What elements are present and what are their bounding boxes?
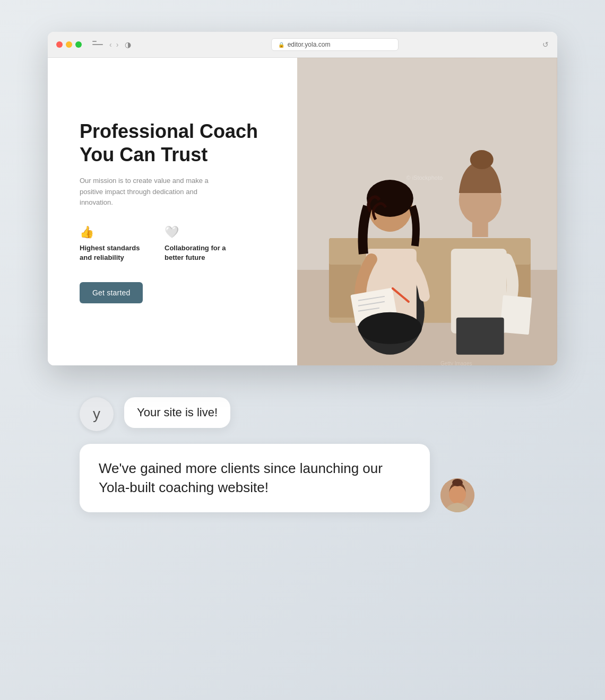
brightness-icon: ◑	[125, 40, 131, 49]
browser-window: ‹ › ◑ 🔒 editor.yola.com ↺ Professional C…	[48, 32, 557, 365]
chat-row-1: y Your site is live!	[80, 397, 525, 431]
svg-rect-19	[472, 221, 488, 237]
cta-button[interactable]: Get started	[80, 282, 143, 303]
hero-subtitle: Our mission is to create value and make …	[80, 176, 228, 208]
lock-icon: 🔒	[278, 42, 284, 48]
svg-rect-21	[456, 318, 504, 355]
left-panel: Professional Coach You Can Trust Our mis…	[48, 58, 297, 365]
chat-bubble-1: Your site is live!	[124, 397, 230, 428]
browser-chrome: ‹ › ◑ 🔒 editor.yola.com ↺	[48, 32, 557, 58]
minimize-button[interactable]	[66, 41, 72, 48]
feature-item-1: 👍 Highest standards and reliability	[80, 225, 149, 262]
refresh-button[interactable]: ↺	[542, 40, 549, 49]
address-bar[interactable]: 🔒 editor.yola.com	[271, 38, 399, 51]
coaching-illustration: © iStockphoto Getty Images	[297, 58, 557, 365]
sidebar-toggle-icon[interactable]	[92, 41, 103, 48]
svg-text:© iStockphoto: © iStockphoto	[407, 174, 443, 181]
close-button[interactable]	[56, 41, 63, 48]
chat-bubble-2: We've gained more clients since launchin…	[80, 444, 430, 512]
traffic-lights	[56, 41, 82, 48]
nav-buttons: ‹ ›	[109, 40, 118, 49]
feature-2-label: Collaborating for a better future	[165, 243, 234, 262]
chat-row-2: We've gained more clients since launchin…	[80, 444, 525, 512]
yola-avatar: y	[80, 397, 114, 431]
svg-point-26	[452, 479, 463, 486]
maximize-button[interactable]	[75, 41, 82, 48]
back-button[interactable]: ‹	[109, 40, 112, 49]
user-avatar	[440, 478, 474, 512]
chat-bubble-1-text: Your site is live!	[137, 406, 218, 419]
chat-bubble-2-text: We've gained more clients since launchin…	[99, 460, 383, 495]
url-text: editor.yola.com	[288, 41, 331, 48]
website-content: Professional Coach You Can Trust Our mis…	[48, 58, 557, 365]
hero-title: Professional Coach You Can Trust	[80, 120, 271, 165]
svg-text:Getty Images: Getty Images	[440, 361, 472, 365]
svg-point-15	[358, 312, 422, 344]
forward-button[interactable]: ›	[116, 40, 119, 49]
svg-point-18	[470, 150, 494, 169]
features-row: 👍 Highest standards and reliability 🤍 Co…	[80, 225, 271, 262]
coaching-image: © iStockphoto Getty Images	[297, 58, 557, 365]
feature-1-label: Highest standards and reliability	[80, 243, 149, 262]
user-avatar-image	[440, 478, 474, 512]
feature-item-2: 🤍 Collaborating for a better future	[165, 225, 234, 262]
thumbs-up-icon: 👍	[80, 225, 149, 239]
svg-rect-20	[500, 295, 532, 335]
right-panel: © iStockphoto Getty Images	[297, 58, 557, 365]
heart-icon: 🤍	[165, 225, 234, 239]
address-bar-container: 🔒 editor.yola.com	[137, 38, 532, 51]
chat-section: y Your site is live! We've gained more c…	[48, 376, 557, 533]
